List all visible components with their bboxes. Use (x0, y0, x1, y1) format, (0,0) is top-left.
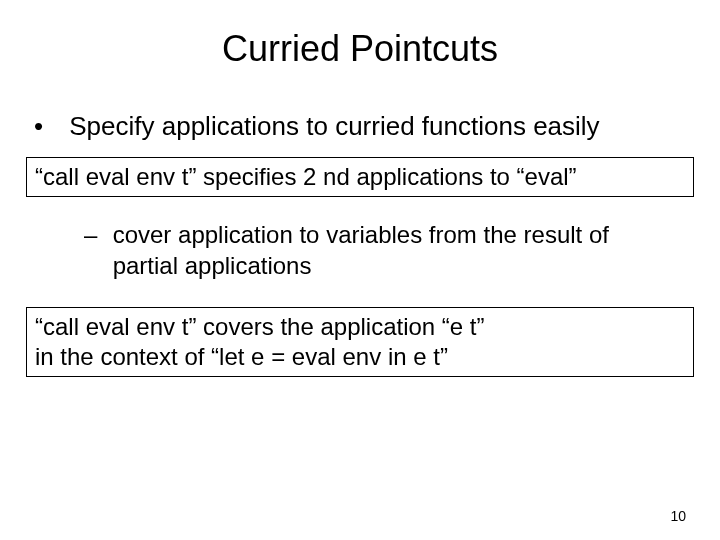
example-box-1: “call eval env t” specifies 2 nd applica… (26, 157, 694, 197)
slide-title: Curried Pointcuts (24, 28, 696, 70)
bullet-text: cover application to variables from the … (113, 219, 675, 281)
example-box-2: “call eval env t” covers the application… (26, 307, 694, 377)
bullet-level1: • Specify applications to curried functi… (34, 110, 696, 143)
box-line: “call eval env t” covers the application… (35, 312, 685, 342)
bullet-level2: – cover application to variables from th… (84, 219, 676, 281)
bullet-marker: • (34, 110, 62, 143)
bullet-text: Specify applications to curried function… (69, 110, 691, 143)
box-line: in the context of “let e = eval env in e… (35, 342, 685, 372)
bullet-marker: – (84, 219, 106, 250)
page-number: 10 (670, 508, 686, 524)
